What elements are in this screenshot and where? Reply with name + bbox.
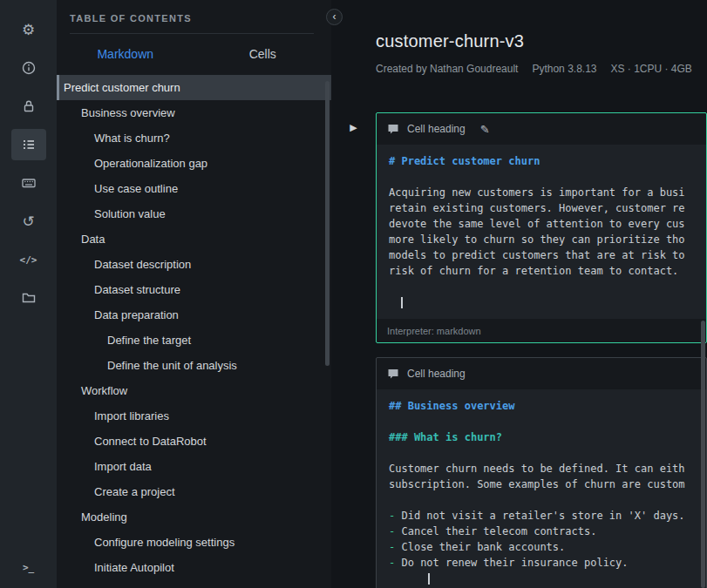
code-line: [389, 571, 706, 586]
cell-footer: Interpreter: markdown: [377, 319, 706, 342]
toc-item-connect-to-datarobot[interactable]: Connect to DataRobot: [57, 429, 331, 454]
toc-item-use-case-outline[interactable]: Use case outline: [57, 176, 331, 201]
code-line: [389, 279, 706, 294]
cell-gutter: ▶: [331, 112, 376, 343]
text-cursor: [428, 573, 430, 585]
code-line: Customer churn needs to be defined. It c…: [389, 461, 706, 476]
toc-item-what-is-churn[interactable]: What is churn?: [57, 125, 331, 151]
toc-item-define-unit-of-analysis[interactable]: Define the unit of analysis: [57, 353, 331, 378]
info-button[interactable]: [11, 52, 46, 84]
terminal-icon: >_: [23, 562, 34, 573]
cell-editor[interactable]: ## Business overview ### What is churn? …: [377, 389, 706, 588]
notebook-main: customer-churn-v3 Created by Nathan Goud…: [331, 0, 707, 588]
code-line: ### What is churn?: [389, 429, 706, 445]
toc-item-import-data[interactable]: Import data: [57, 454, 331, 479]
comment-bubble-icon: [387, 368, 399, 380]
edit-heading-button[interactable]: ✎: [480, 123, 490, 136]
code-line: [389, 294, 706, 310]
list-text: Cancel their telecom contracts.: [401, 525, 596, 537]
toc-panel: TABLE OF CONTENTS Markdown Cells Predict…: [57, 0, 331, 588]
code-line: - Close their bank accounts.: [389, 539, 706, 555]
list-icon: [21, 137, 37, 152]
toc-item-dataset-description[interactable]: Dataset description: [57, 252, 331, 277]
code-line: devote the same level of attention to ev…: [389, 216, 706, 232]
code-line: [389, 169, 706, 185]
folder-icon: [21, 290, 37, 306]
notebook-app: ⚙ ↺ </>: [0, 0, 707, 588]
terminal-button[interactable]: >_: [11, 551, 46, 583]
cell-list: ▶ Cell heading ✎ # Predict custom: [331, 112, 707, 588]
keyboard-icon: [21, 175, 37, 191]
code-line: - Did not visit a retailer's store in 'X…: [389, 508, 706, 524]
resources: XS · 1CPU · 4GB: [611, 63, 692, 75]
cell-editor[interactable]: # Predict customer churn Acquiring new c…: [377, 145, 706, 319]
run-cell-button[interactable]: ▶: [350, 123, 357, 132]
toc-item-operationalization-gap[interactable]: Operationalization gap: [57, 151, 331, 176]
code-line: # Predict customer churn: [389, 153, 706, 169]
toc-tree: Predict customer churn Business overview…: [57, 75, 331, 580]
history-button[interactable]: ↺: [11, 206, 46, 237]
code-icon: </>: [20, 254, 37, 266]
cell-row: Cell heading ## Business overview ### Wh…: [331, 357, 707, 588]
collapse-panel-button[interactable]: ‹: [326, 9, 343, 25]
cell-heading-label: Cell heading: [407, 123, 466, 135]
tab-markdown[interactable]: Markdown: [57, 47, 194, 61]
code-line: subscription. Some examples of churn are…: [389, 476, 706, 492]
text-cursor: [401, 297, 403, 308]
cell-row: ▶ Cell heading ✎ # Predict custom: [331, 112, 707, 343]
info-icon: [21, 60, 37, 76]
list-marker: -: [389, 525, 401, 537]
toc-item-create-a-project[interactable]: Create a project: [57, 479, 331, 504]
notebook-meta: Created by Nathan Goudreault Python 3.8.…: [376, 63, 707, 75]
toc-item-dataset-structure[interactable]: Dataset structure: [57, 277, 331, 302]
code-snippets-button[interactable]: </>: [11, 244, 46, 275]
privacy-button[interactable]: [11, 91, 46, 122]
toc-item-predict-customer-churn[interactable]: Predict customer churn: [57, 75, 331, 100]
code-line: ## Business overview: [389, 398, 706, 414]
toc-item-data-preparation[interactable]: Data preparation: [57, 302, 331, 328]
toc-item-data[interactable]: Data: [57, 226, 331, 252]
tab-cells[interactable]: Cells: [194, 47, 332, 61]
lock-icon: [21, 98, 37, 114]
list-text: Do not renew their insurance policy.: [401, 557, 628, 569]
list-marker: -: [389, 557, 401, 569]
code-line: - Do not renew their insurance policy.: [389, 555, 706, 571]
list-text: Did not visit a retailer's store in 'X' …: [401, 510, 684, 522]
settings-button[interactable]: ⚙: [11, 14, 46, 45]
toc-item-solution-value[interactable]: Solution value: [57, 201, 331, 226]
code-line: more likely to churn so they can priorit…: [389, 232, 706, 247]
cell-header: Cell heading ✎: [377, 113, 706, 145]
toc-item-workflow[interactable]: Workflow: [57, 378, 331, 403]
toc-item-define-the-target[interactable]: Define the target: [57, 328, 331, 353]
list-text: Close their bank accounts.: [401, 541, 565, 553]
markdown-cell[interactable]: Cell heading ## Business overview ### Wh…: [376, 357, 707, 588]
comment-bubble-icon: [387, 123, 399, 135]
cell-heading-label: Cell heading: [407, 368, 466, 380]
keyboard-shortcuts-button[interactable]: [11, 167, 46, 199]
toc-item-initiate-autopilot[interactable]: Initiate Autopilot: [57, 555, 331, 580]
toc-item-import-libraries[interactable]: Import libraries: [57, 403, 331, 429]
code-line: [389, 492, 706, 508]
code-line: models to predict customers that are at …: [389, 247, 706, 263]
toc-item-configure-modeling-settings[interactable]: Configure modeling settings: [57, 530, 331, 555]
created-by: Created by Nathan Goudreault: [376, 63, 518, 75]
python-version: Python 3.8.13: [532, 63, 596, 75]
code-line: Acquiring new customers is important for…: [389, 185, 706, 200]
main-scrollbar[interactable]: [701, 321, 705, 588]
table-of-contents-button[interactable]: [11, 129, 46, 160]
markdown-cell[interactable]: Cell heading ✎ # Predict customer churn …: [376, 112, 707, 343]
toc-item-modeling[interactable]: Modeling: [57, 504, 331, 530]
interpreter-label: Interpreter: markdown: [387, 326, 481, 336]
notebook-title: customer-churn-v3: [376, 31, 707, 51]
toc-item-business-overview[interactable]: Business overview: [57, 100, 331, 125]
cell-gutter: [331, 357, 376, 588]
toc-tabs: Markdown Cells: [57, 34, 331, 72]
pencil-icon: ✎: [480, 123, 490, 136]
icon-rail: ⚙ ↺ </>: [0, 0, 57, 588]
toc-scrollbar[interactable]: [325, 81, 330, 366]
code-line: risk of churn for a retention team to co…: [389, 263, 706, 279]
cell-header: Cell heading: [377, 358, 706, 389]
history-icon: ↺: [22, 214, 34, 229]
files-button[interactable]: [11, 282, 46, 314]
chevron-left-icon: ‹: [333, 10, 337, 23]
